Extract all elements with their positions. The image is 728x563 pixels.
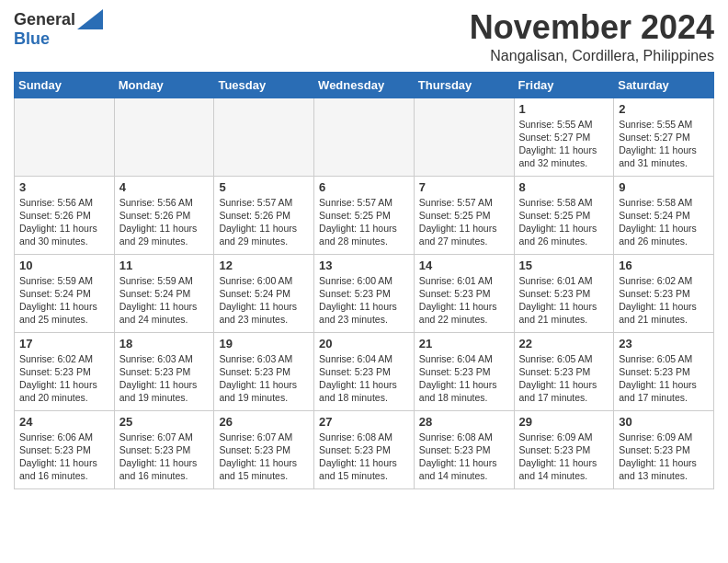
day-info: Sunrise: 5:57 AM Sunset: 5:26 PM Dayligh… (219, 196, 309, 248)
day-info: Sunrise: 6:03 AM Sunset: 5:23 PM Dayligh… (219, 352, 309, 405)
logo: General Blue (14, 9, 103, 49)
calendar-cell (414, 98, 514, 176)
calendar-cell: 9Sunrise: 5:58 AM Sunset: 5:24 PM Daylig… (614, 176, 714, 254)
day-info: Sunrise: 5:55 AM Sunset: 5:27 PM Dayligh… (619, 118, 709, 170)
calendar-cell: 8Sunrise: 5:58 AM Sunset: 5:25 PM Daylig… (514, 176, 614, 254)
calendar-cell: 5Sunrise: 5:57 AM Sunset: 5:26 PM Daylig… (214, 176, 314, 254)
day-info: Sunrise: 6:08 AM Sunset: 5:23 PM Dayligh… (319, 431, 409, 483)
calendar-week-2: 10Sunrise: 5:59 AM Sunset: 5:24 PM Dayli… (15, 254, 714, 332)
day-info: Sunrise: 6:05 AM Sunset: 5:23 PM Dayligh… (619, 352, 709, 405)
day-number: 26 (219, 415, 309, 429)
header-row: SundayMondayTuesdayWednesdayThursdayFrid… (15, 72, 714, 98)
day-info: Sunrise: 6:04 AM Sunset: 5:23 PM Dayligh… (319, 352, 409, 405)
calendar-cell: 2Sunrise: 5:55 AM Sunset: 5:27 PM Daylig… (614, 98, 714, 176)
location-subtitle: Nangalisan, Cordillera, Philippines (470, 48, 714, 64)
day-info: Sunrise: 6:00 AM Sunset: 5:24 PM Dayligh… (219, 274, 309, 327)
day-number: 7 (419, 180, 509, 194)
header-day-thursday: Thursday (414, 72, 514, 98)
day-number: 20 (319, 337, 409, 350)
day-number: 28 (419, 415, 509, 429)
day-number: 27 (319, 415, 409, 429)
day-info: Sunrise: 5:57 AM Sunset: 5:25 PM Dayligh… (319, 196, 409, 248)
calendar-cell: 29Sunrise: 6:09 AM Sunset: 5:23 PM Dayli… (514, 410, 614, 488)
calendar-cell: 28Sunrise: 6:08 AM Sunset: 5:23 PM Dayli… (414, 410, 514, 488)
calendar-cell (214, 98, 314, 176)
day-info: Sunrise: 6:02 AM Sunset: 5:23 PM Dayligh… (619, 274, 709, 327)
page-header: General Blue November 2024 Nangalisan, C… (14, 9, 714, 64)
header-day-saturday: Saturday (614, 72, 714, 98)
header-day-monday: Monday (114, 72, 214, 98)
day-info: Sunrise: 6:03 AM Sunset: 5:23 PM Dayligh… (119, 352, 210, 405)
day-number: 30 (619, 415, 709, 429)
calendar-table: SundayMondayTuesdayWednesdayThursdayFrid… (14, 72, 714, 489)
calendar-week-4: 24Sunrise: 6:06 AM Sunset: 5:23 PM Dayli… (15, 410, 714, 488)
day-info: Sunrise: 5:56 AM Sunset: 5:26 PM Dayligh… (119, 196, 210, 248)
day-info: Sunrise: 6:08 AM Sunset: 5:23 PM Dayligh… (419, 431, 509, 483)
day-info: Sunrise: 6:05 AM Sunset: 5:23 PM Dayligh… (519, 352, 609, 405)
day-info: Sunrise: 6:06 AM Sunset: 5:23 PM Dayligh… (19, 431, 109, 483)
calendar-header: SundayMondayTuesdayWednesdayThursdayFrid… (15, 72, 714, 98)
calendar-cell: 26Sunrise: 6:07 AM Sunset: 5:23 PM Dayli… (214, 410, 314, 488)
day-info: Sunrise: 5:55 AM Sunset: 5:27 PM Dayligh… (519, 118, 609, 170)
day-info: Sunrise: 6:07 AM Sunset: 5:23 PM Dayligh… (219, 431, 309, 483)
calendar-cell (314, 98, 415, 176)
day-number: 16 (619, 259, 709, 272)
calendar-cell: 19Sunrise: 6:03 AM Sunset: 5:23 PM Dayli… (214, 332, 314, 410)
day-number: 1 (519, 102, 609, 116)
day-number: 10 (19, 259, 109, 272)
day-number: 9 (619, 180, 709, 194)
calendar-cell: 16Sunrise: 6:02 AM Sunset: 5:23 PM Dayli… (614, 254, 714, 332)
calendar-cell: 13Sunrise: 6:00 AM Sunset: 5:23 PM Dayli… (314, 254, 415, 332)
svg-marker-0 (77, 9, 103, 29)
day-info: Sunrise: 6:09 AM Sunset: 5:23 PM Dayligh… (519, 431, 609, 483)
calendar-cell (15, 98, 115, 176)
calendar-cell: 12Sunrise: 6:00 AM Sunset: 5:24 PM Dayli… (214, 254, 314, 332)
logo-icon (77, 9, 103, 29)
day-info: Sunrise: 6:02 AM Sunset: 5:23 PM Dayligh… (19, 352, 109, 405)
calendar-cell: 25Sunrise: 6:07 AM Sunset: 5:23 PM Dayli… (114, 410, 214, 488)
calendar-cell: 18Sunrise: 6:03 AM Sunset: 5:23 PM Dayli… (114, 332, 214, 410)
header-day-wednesday: Wednesday (314, 72, 415, 98)
day-number: 3 (19, 180, 109, 194)
day-number: 19 (219, 337, 309, 350)
calendar-cell: 23Sunrise: 6:05 AM Sunset: 5:23 PM Dayli… (614, 332, 714, 410)
day-number: 17 (19, 337, 109, 350)
calendar-cell: 15Sunrise: 6:01 AM Sunset: 5:23 PM Dayli… (514, 254, 614, 332)
calendar-cell: 27Sunrise: 6:08 AM Sunset: 5:23 PM Dayli… (314, 410, 415, 488)
day-number: 29 (519, 415, 609, 429)
calendar-cell: 24Sunrise: 6:06 AM Sunset: 5:23 PM Dayli… (15, 410, 115, 488)
day-info: Sunrise: 6:00 AM Sunset: 5:23 PM Dayligh… (319, 274, 409, 327)
calendar-cell: 21Sunrise: 6:04 AM Sunset: 5:23 PM Dayli… (414, 332, 514, 410)
day-number: 18 (119, 337, 210, 350)
calendar-cell: 4Sunrise: 5:56 AM Sunset: 5:26 PM Daylig… (114, 176, 214, 254)
day-info: Sunrise: 6:01 AM Sunset: 5:23 PM Dayligh… (419, 274, 509, 327)
calendar-week-0: 1Sunrise: 5:55 AM Sunset: 5:27 PM Daylig… (15, 98, 714, 176)
day-number: 13 (319, 259, 409, 272)
day-number: 4 (119, 180, 210, 194)
day-number: 6 (319, 180, 409, 194)
logo-blue-text: Blue (14, 29, 50, 48)
calendar-cell: 17Sunrise: 6:02 AM Sunset: 5:23 PM Dayli… (15, 332, 115, 410)
day-number: 2 (619, 102, 709, 116)
day-info: Sunrise: 6:07 AM Sunset: 5:23 PM Dayligh… (119, 431, 210, 483)
calendar-cell: 11Sunrise: 5:59 AM Sunset: 5:24 PM Dayli… (114, 254, 214, 332)
day-number: 24 (19, 415, 109, 429)
calendar-body: 1Sunrise: 5:55 AM Sunset: 5:27 PM Daylig… (15, 98, 714, 488)
calendar-cell (114, 98, 214, 176)
header-day-tuesday: Tuesday (214, 72, 314, 98)
day-info: Sunrise: 6:09 AM Sunset: 5:23 PM Dayligh… (619, 431, 709, 483)
calendar-cell: 14Sunrise: 6:01 AM Sunset: 5:23 PM Dayli… (414, 254, 514, 332)
day-number: 22 (519, 337, 609, 350)
day-number: 21 (419, 337, 509, 350)
header-day-sunday: Sunday (15, 72, 115, 98)
day-number: 23 (619, 337, 709, 350)
day-number: 5 (219, 180, 309, 194)
header-day-friday: Friday (514, 72, 614, 98)
day-number: 8 (519, 180, 609, 194)
day-number: 12 (219, 259, 309, 272)
month-year-title: November 2024 (470, 9, 714, 46)
calendar-cell: 7Sunrise: 5:57 AM Sunset: 5:25 PM Daylig… (414, 176, 514, 254)
calendar-cell: 10Sunrise: 5:59 AM Sunset: 5:24 PM Dayli… (15, 254, 115, 332)
calendar-cell: 6Sunrise: 5:57 AM Sunset: 5:25 PM Daylig… (314, 176, 415, 254)
day-info: Sunrise: 5:59 AM Sunset: 5:24 PM Dayligh… (119, 274, 210, 327)
